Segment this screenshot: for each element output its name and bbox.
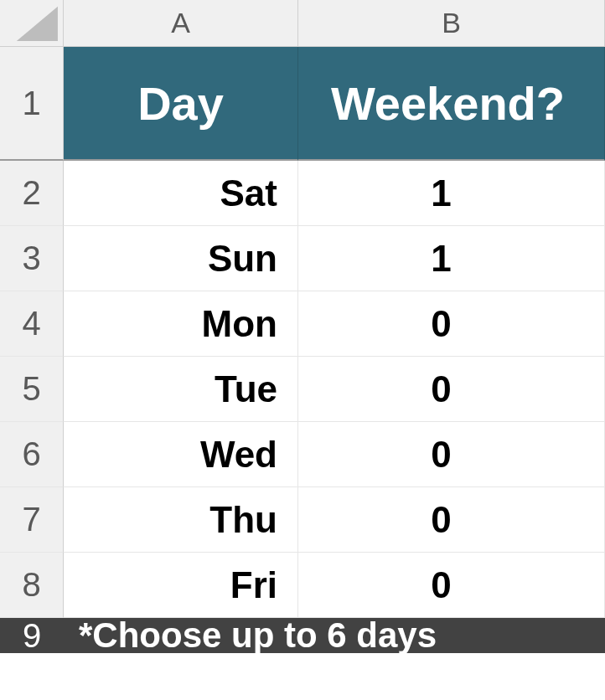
day-value: Wed	[200, 434, 277, 476]
spreadsheet-grid: A B 1 Day Weekend? 2 Sat 1 3 Sun 1 4 Mon…	[0, 0, 605, 653]
select-all-triangle-icon	[0, 0, 63, 46]
cell-a1[interactable]: Day	[64, 47, 298, 161]
weekend-value: 0	[431, 368, 451, 410]
cell-a7[interactable]: Thu	[64, 487, 298, 553]
weekend-value: 0	[431, 564, 451, 606]
weekend-value: 0	[431, 303, 451, 345]
cell-a8[interactable]: Fri	[64, 553, 298, 618]
row-header-1[interactable]: 1	[0, 47, 64, 161]
column-header-b[interactable]: B	[298, 0, 605, 47]
row-header-label: 2	[22, 174, 40, 212]
column-header-a[interactable]: A	[64, 0, 298, 47]
cell-b1[interactable]: Weekend?	[298, 47, 605, 161]
svg-marker-0	[17, 7, 58, 41]
cell-b7[interactable]: 0	[298, 487, 605, 553]
cell-b3[interactable]: 1	[298, 226, 605, 291]
row-header-label: 3	[22, 239, 40, 277]
row-header-9[interactable]: 9	[0, 618, 64, 653]
cell-b4[interactable]: 0	[298, 291, 605, 357]
footer-note: *Choose up to 6 days	[79, 615, 437, 656]
row-header-label: 8	[22, 566, 40, 604]
cell-a6[interactable]: Wed	[64, 422, 298, 487]
weekend-value: 0	[431, 434, 451, 476]
row-header-label: 4	[22, 305, 40, 342]
row-header-3[interactable]: 3	[0, 226, 64, 291]
cell-b5[interactable]: 0	[298, 357, 605, 422]
row-header-2[interactable]: 2	[0, 161, 64, 226]
cell-b2[interactable]: 1	[298, 161, 605, 226]
weekend-value: 0	[431, 499, 451, 541]
select-all-corner[interactable]	[0, 0, 64, 47]
day-value: Tue	[215, 368, 277, 410]
weekend-value: 1	[431, 238, 451, 280]
row-header-label: 7	[22, 501, 40, 538]
cell-b6[interactable]: 0	[298, 422, 605, 487]
day-value: Mon	[202, 303, 277, 345]
table-header-weekend: Weekend?	[331, 76, 565, 131]
day-value: Thu	[209, 499, 277, 541]
cell-a3[interactable]: Sun	[64, 226, 298, 291]
cell-a2[interactable]: Sat	[64, 161, 298, 226]
day-value: Sun	[208, 238, 277, 280]
row-header-8[interactable]: 8	[0, 553, 64, 618]
day-value: Fri	[230, 564, 277, 606]
row-header-5[interactable]: 5	[0, 357, 64, 422]
cell-b8[interactable]: 0	[298, 553, 605, 618]
day-value: Sat	[220, 172, 277, 214]
cell-a4[interactable]: Mon	[64, 291, 298, 357]
row-header-6[interactable]: 6	[0, 422, 64, 487]
row-header-7[interactable]: 7	[0, 487, 64, 553]
row-header-label: 9	[23, 617, 41, 655]
column-header-label: B	[442, 7, 461, 39]
row-header-label: 5	[22, 370, 40, 408]
row-header-label: 6	[22, 435, 40, 473]
table-header-day: Day	[137, 76, 224, 131]
row-header-label: 1	[22, 85, 40, 122]
weekend-value: 1	[431, 172, 451, 214]
cell-a5[interactable]: Tue	[64, 357, 298, 422]
row-header-4[interactable]: 4	[0, 291, 64, 357]
cell-a9-b9-merged[interactable]: *Choose up to 6 days	[64, 618, 605, 653]
column-header-label: A	[171, 7, 190, 39]
